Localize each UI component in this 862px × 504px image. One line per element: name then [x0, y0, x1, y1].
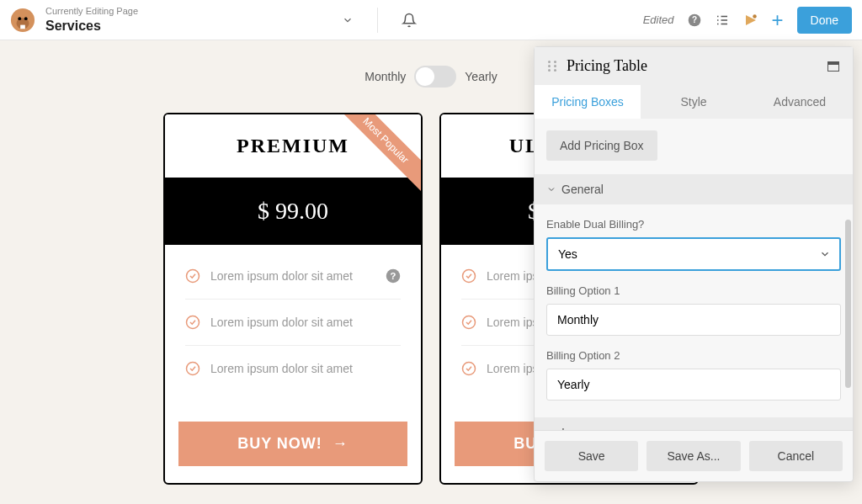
save-as-button[interactable]: Save As... — [646, 441, 740, 471]
help-icon[interactable]: ? — [386, 268, 401, 284]
section-general[interactable]: General — [535, 174, 853, 204]
panel-body: Add Pricing Box General Enable Dual Bill… — [535, 119, 853, 430]
beaver-logo-icon — [10, 8, 35, 33]
save-button[interactable]: Save — [545, 441, 638, 471]
drag-handle-icon[interactable] — [548, 61, 558, 72]
svg-point-22 — [463, 316, 476, 329]
page-title: Services — [45, 18, 138, 34]
billing-toggle: Monthly Yearly — [364, 66, 497, 88]
tab-pricing-boxes[interactable]: Pricing Boxes — [535, 85, 641, 119]
done-button[interactable]: Done — [797, 7, 852, 34]
svg-point-19 — [463, 270, 476, 283]
field-label: Enable Dual Billing? — [546, 218, 841, 231]
chevron-down-icon[interactable] — [342, 14, 354, 26]
svg-point-23 — [463, 363, 476, 375]
svg-text:?: ? — [391, 271, 396, 281]
panel-header[interactable]: Pricing Table — [535, 47, 853, 85]
settings-panel: Pricing Table Pricing Boxes Style Advanc… — [534, 46, 854, 482]
page-info[interactable]: Currently Editing Page Services — [45, 6, 138, 33]
help-icon[interactable]: ? — [688, 13, 701, 27]
chevron-down-icon — [546, 184, 556, 194]
svg-point-17 — [187, 316, 200, 329]
toggle-label-2: Yearly — [465, 70, 497, 83]
feature-item: Lorem ipsum dolor sit amet — [185, 300, 401, 346]
billing-option-1-input[interactable] — [546, 304, 841, 336]
media-icon[interactable] — [743, 13, 758, 28]
check-circle-icon — [461, 315, 476, 330]
add-pricing-box-button[interactable]: Add Pricing Box — [546, 130, 657, 161]
toggle-label-1: Monthly — [364, 70, 406, 83]
field-label: Billing Option 2 — [546, 349, 841, 362]
feature-item: Lorem ipsum dolor sit amet — [185, 346, 401, 391]
editing-label: Currently Editing Page — [45, 6, 138, 17]
notification-bell-icon[interactable] — [402, 13, 417, 28]
chevron-right-icon — [546, 427, 556, 430]
section-icons[interactable]: Icons — [535, 417, 853, 430]
add-button[interactable]: + — [772, 8, 784, 32]
cancel-button[interactable]: Cancel — [749, 441, 843, 471]
check-circle-icon — [185, 361, 200, 376]
scrollbar[interactable] — [845, 220, 851, 388]
panel-tabs: Pricing Boxes Style Advanced — [535, 85, 853, 119]
feature-text: Lorem ipsum dolor sit amet — [210, 362, 353, 375]
panel-title: Pricing Table — [567, 57, 827, 75]
svg-point-13 — [753, 14, 757, 19]
card-price: $ 99.00 — [165, 178, 421, 245]
svg-point-18 — [187, 363, 200, 375]
svg-point-2 — [18, 17, 21, 20]
enable-dual-billing-select[interactable]: Yes — [546, 237, 841, 271]
window-icon[interactable] — [827, 61, 839, 72]
field-label: Billing Option 1 — [546, 284, 841, 297]
check-circle-icon — [185, 268, 200, 284]
svg-rect-4 — [20, 24, 25, 29]
panel-footer: Save Save As... Cancel — [535, 430, 853, 481]
feature-item: Lorem ipsum dolor sit amet ? — [185, 253, 401, 300]
top-toolbar: Currently Editing Page Services Edited ?… — [0, 0, 862, 40]
billing-option-2-input[interactable] — [546, 369, 841, 401]
toggle-switch[interactable] — [414, 66, 456, 88]
check-circle-icon — [461, 268, 476, 284]
pricing-card: PREMIUM Most Popular $ 99.00 Lorem ipsum… — [163, 113, 423, 485]
check-circle-icon — [461, 361, 476, 376]
section-label: Icons — [561, 426, 589, 430]
section-label: General — [561, 183, 604, 196]
check-circle-icon — [185, 315, 200, 330]
tab-advanced[interactable]: Advanced — [747, 85, 853, 119]
outline-icon[interactable] — [715, 13, 730, 28]
svg-text:?: ? — [691, 15, 696, 24]
svg-point-3 — [24, 17, 28, 20]
buy-now-button[interactable]: BUY NOW! → — [178, 422, 407, 466]
tab-style[interactable]: Style — [641, 85, 747, 119]
divider — [377, 8, 378, 33]
svg-point-14 — [187, 270, 200, 283]
feature-text: Lorem ipsum dolor sit amet — [210, 269, 353, 283]
edited-status: Edited — [643, 13, 674, 26]
feature-text: Lorem ipsum dolor sit amet — [210, 316, 353, 329]
